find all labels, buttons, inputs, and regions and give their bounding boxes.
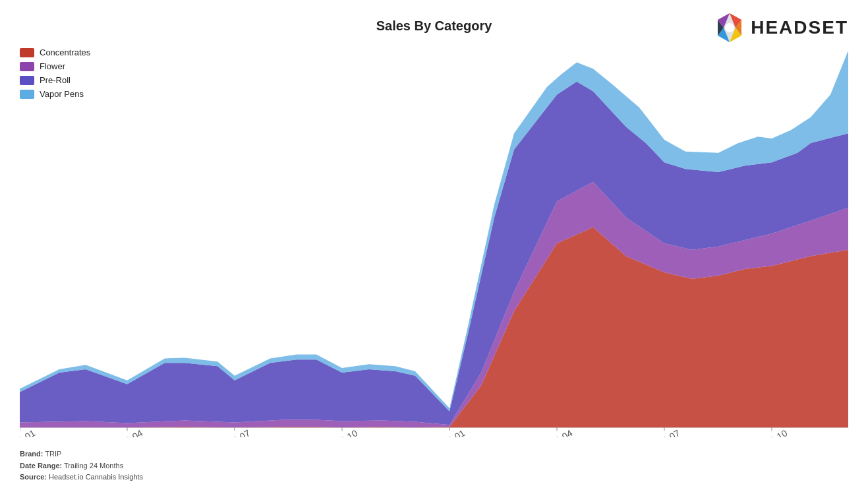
footer-source-label: Source: xyxy=(20,473,47,481)
xaxis-label-0: 2023-01 xyxy=(20,427,38,437)
footer-source: Source: Headset.io Cannabis Insights xyxy=(20,472,143,483)
chart-container: 2023-01 2023-04 2023-07 2023-10 2024-01 … xyxy=(20,43,848,437)
footer-brand-label: Brand: xyxy=(20,450,43,458)
footer-date-range-value: Trailing 24 Months xyxy=(64,462,123,470)
footer-brand-value: TRIP xyxy=(45,450,61,458)
page: HEADSET Sales By Category Concentrates F… xyxy=(0,0,868,490)
footer-source-value: Headset.io Cannabis Insights xyxy=(49,473,143,481)
footer-date-range-label: Date Range: xyxy=(20,462,62,470)
footer-date-range: Date Range: Trailing 24 Months xyxy=(20,460,143,472)
chart-svg: 2023-01 2023-04 2023-07 2023-10 2024-01 … xyxy=(20,43,848,437)
chart-title: Sales By Category xyxy=(0,18,868,34)
footer-brand: Brand: TRIP xyxy=(20,448,143,460)
footer-info: Brand: TRIP Date Range: Trailing 24 Mont… xyxy=(20,448,143,483)
